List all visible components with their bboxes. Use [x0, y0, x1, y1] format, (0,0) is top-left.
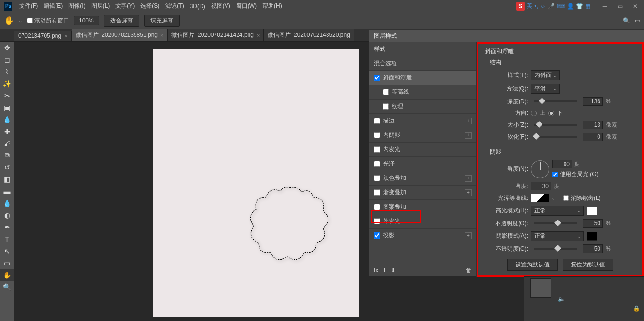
marquee-tool[interactable]: ◻	[0, 54, 14, 66]
tab-2[interactable]: 微信图片_20200702141424.png×	[168, 29, 264, 41]
zoom-level[interactable]: 100%	[74, 16, 99, 25]
menu-view[interactable]: 视图(V)	[208, 2, 233, 10]
layer-thumbnail[interactable]	[530, 278, 551, 298]
shadow-mode-select[interactable]: 正常⌵	[531, 231, 584, 241]
method-select[interactable]: 平滑⌵	[531, 84, 560, 94]
tab-close-icon[interactable]: ×	[257, 33, 260, 38]
style-color-overlay[interactable]: 颜色叠加+	[369, 171, 476, 185]
eraser-tool[interactable]: ◧	[0, 173, 14, 185]
menu-help[interactable]: 帮助(H)	[260, 2, 285, 10]
antialias-checkbox[interactable]: 消除锯齿(L)	[563, 194, 601, 202]
speaker-icon[interactable]: 🔈	[558, 296, 565, 302]
style-select[interactable]: 内斜面⌵	[531, 70, 560, 80]
zoom-tool[interactable]: 🔍	[0, 281, 14, 293]
ime-icon-1[interactable]: •,	[534, 3, 538, 10]
pen-tool[interactable]: ✒	[0, 221, 14, 233]
blending-options[interactable]: 混合选项	[369, 56, 476, 70]
ime-lang[interactable]: 英	[527, 2, 532, 10]
style-checkbox[interactable]	[383, 103, 389, 110]
workspace-icon[interactable]: ▭	[635, 17, 640, 24]
tab-0[interactable]: 07021347​05.png×	[14, 31, 72, 41]
blur-tool[interactable]: 💧	[0, 197, 14, 209]
eyedropper-tool[interactable]: 💧	[0, 113, 14, 125]
more-tools[interactable]: ⋯	[0, 293, 14, 305]
search-icon[interactable]: 🔍	[623, 17, 630, 24]
lasso-tool[interactable]: ⌇	[0, 66, 14, 77]
tab-3[interactable]: 微信图片_20200702143520.png	[264, 29, 354, 41]
shadow-opacity-slider[interactable]	[534, 248, 577, 250]
ime-icon-6[interactable]: 👕	[576, 3, 583, 10]
tab-1[interactable]: 微信图片_20200702135851.png×	[72, 29, 168, 41]
type-tool[interactable]: T	[0, 233, 14, 245]
dir-up-radio[interactable]	[531, 111, 537, 116]
chevron-down-icon[interactable]: ⌵	[552, 195, 555, 201]
soften-slider[interactable]	[534, 136, 577, 138]
wand-tool[interactable]: ✨	[0, 77, 14, 89]
tool-preset-chevron[interactable]: ⌵	[19, 18, 22, 23]
menu-image[interactable]: 图像(I)	[66, 2, 88, 10]
style-bevel[interactable]: 斜面和浮雕	[369, 70, 476, 85]
shadow-opacity-input[interactable]: 50	[583, 244, 603, 253]
style-stroke[interactable]: 描边+	[369, 113, 476, 128]
highlight-opacity-input[interactable]: 50	[583, 219, 603, 228]
fx-icon[interactable]: fx	[374, 267, 378, 274]
highlight-opacity-slider[interactable]	[534, 222, 577, 224]
hand-tool-icon[interactable]: ✋	[4, 15, 14, 26]
hand-tool[interactable]: ✋	[0, 269, 14, 281]
highlight-mode-select[interactable]: 正常⌵	[531, 206, 584, 216]
style-checkbox[interactable]	[383, 89, 389, 95]
ime-icon-7[interactable]: ▦	[585, 3, 590, 10]
lock-icon[interactable]: 🔒	[633, 305, 640, 312]
add-icon[interactable]: +	[465, 118, 472, 124]
sogou-icon[interactable]: S	[516, 2, 525, 11]
minimize-button[interactable]: ─	[600, 3, 610, 10]
heal-tool[interactable]: ✚	[0, 125, 14, 137]
highlight-color[interactable]	[587, 207, 597, 215]
depth-input[interactable]: 136	[583, 97, 603, 106]
menu-window[interactable]: 窗口(W)	[233, 2, 260, 10]
add-icon[interactable]: +	[465, 232, 472, 239]
style-checkbox[interactable]	[374, 161, 380, 167]
add-icon[interactable]: +	[465, 132, 472, 139]
size-slider[interactable]	[534, 124, 577, 126]
history-brush-tool[interactable]: ↺	[0, 161, 14, 173]
move-tool[interactable]: ✥	[0, 42, 14, 54]
style-texture[interactable]: 纹理	[369, 99, 476, 113]
soften-input[interactable]: 0	[583, 133, 603, 141]
menu-3d[interactable]: 3D(D)	[187, 3, 208, 10]
frame-tool[interactable]: ▣	[0, 101, 14, 113]
angle-input[interactable]: 90	[552, 160, 572, 168]
menu-filter[interactable]: 滤镜(T)	[162, 2, 187, 10]
crop-tool[interactable]: ✂	[0, 89, 14, 101]
up-icon[interactable]: ⬆	[382, 267, 387, 274]
restore-button[interactable]: ▭	[615, 3, 625, 10]
ime-icon-3[interactable]: 🎤	[548, 3, 555, 10]
close-button[interactable]: ✕	[631, 3, 640, 10]
down-icon[interactable]: ⬇	[391, 267, 395, 274]
gloss-contour-swatch[interactable]	[531, 194, 549, 202]
depth-slider[interactable]	[534, 100, 577, 102]
style-checkbox[interactable]	[374, 232, 380, 239]
reset-default-button[interactable]: 复位为默认值	[563, 259, 613, 271]
stamp-tool[interactable]: ⧉	[0, 149, 14, 161]
gradient-tool[interactable]: ▬	[0, 185, 14, 197]
style-checkbox[interactable]	[374, 204, 380, 210]
menu-select[interactable]: 选择(S)	[137, 2, 162, 10]
style-inner-shadow[interactable]: 内阴影+	[369, 128, 476, 142]
style-inner-glow[interactable]: 内发光	[369, 142, 476, 156]
scroll-all-checkbox[interactable]: 滚动所有窗口	[27, 17, 69, 25]
global-light-checkbox[interactable]: 使用全局光 (G)	[552, 170, 599, 178]
fit-screen-button[interactable]: 适合屏幕	[104, 15, 139, 27]
style-checkbox[interactable]	[374, 118, 380, 124]
style-contour[interactable]: 等高线	[369, 85, 476, 99]
menu-layer[interactable]: 图层(L)	[89, 2, 113, 10]
dodge-tool[interactable]: ◐	[0, 209, 14, 221]
shape-tool[interactable]: ▭	[0, 257, 14, 269]
path-select-tool[interactable]: ↖	[0, 245, 14, 257]
add-icon[interactable]: +	[465, 175, 472, 182]
ime-icon-4[interactable]: ⌨	[557, 3, 565, 10]
style-checkbox[interactable]	[374, 146, 380, 153]
fill-screen-button[interactable]: 填充屏幕	[144, 15, 180, 27]
set-default-button[interactable]: 设置为默认值	[507, 259, 558, 271]
menu-file[interactable]: 文件(F)	[16, 2, 41, 10]
